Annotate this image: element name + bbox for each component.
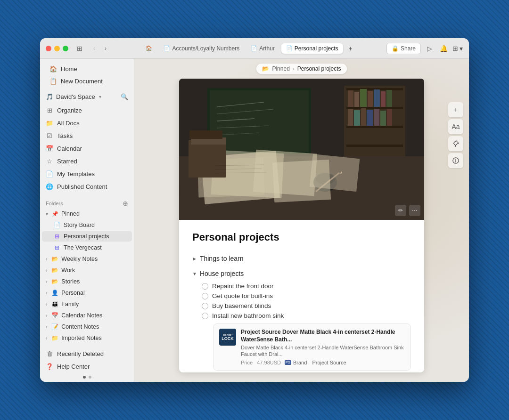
tab-personal-projects[interactable]: 📄 Personal projects (281, 43, 343, 54)
nav-forward-button[interactable]: › (100, 43, 111, 54)
sidebar-item-family[interactable]: › 👪 Family (42, 299, 132, 309)
sidebar-item-personal-projects[interactable]: ⊞ Personal projects (42, 231, 132, 242)
todo-item: Repaint the front door (192, 281, 411, 291)
sidebar-item-pinned[interactable]: ▾ 📌 Pinned (42, 209, 132, 219)
todo-text: Repaint the front door (212, 283, 274, 290)
sidebar-item-label: The Vergecast (64, 244, 102, 251)
desk-svg (179, 79, 424, 220)
section-header-things-to-learn[interactable]: ► Things to learn (192, 253, 411, 264)
sidebar-item-stories[interactable]: › 📂 Stories (42, 276, 132, 287)
search-button[interactable]: 🔍 (121, 93, 128, 100)
todo-text: Get quote for built-ins (212, 292, 273, 299)
more-hero-options-button[interactable]: ⋯ (409, 205, 420, 216)
section-label: House projects (200, 270, 244, 277)
sidebar-item-label: New Document (61, 78, 103, 85)
published-icon: 🌐 (46, 183, 53, 190)
chevron-right-icon: › (46, 279, 47, 284)
doc-icon: 📄 (164, 45, 170, 51)
sidebar-item-label: All Docs (57, 120, 80, 127)
section-label: Folders (46, 201, 63, 206)
pagination-dots (40, 373, 134, 381)
todo-checkbox[interactable] (202, 303, 208, 309)
svg-rect-17 (368, 91, 373, 107)
todo-item: Buy basement blinds (192, 301, 411, 311)
minimize-button[interactable] (54, 46, 60, 51)
chevron-right-icon: › (46, 302, 47, 307)
fullscreen-button[interactable] (63, 46, 68, 51)
sidebar-item-organize[interactable]: ⊞ Organize (42, 105, 132, 116)
sidebar-item-new-document[interactable]: 📋 New Document (46, 75, 128, 87)
sidebar-item-templates[interactable]: 📄 My Templates (42, 168, 132, 180)
link-card[interactable]: DROP LOCK Project Source Dover Matte Bla… (213, 323, 411, 371)
breadcrumb-pinned[interactable]: Pinned (272, 65, 289, 72)
tab-arthur[interactable]: 📄 Arthur (246, 43, 279, 54)
svg-rect-23 (361, 108, 366, 126)
pin-button[interactable] (448, 136, 463, 151)
svg-rect-21 (348, 109, 353, 126)
sidebar-item-label: Help Center (57, 363, 90, 370)
doc-container: + Aa (134, 79, 469, 382)
add-folder-button[interactable]: ⊕ (123, 200, 128, 207)
sidebar-item-recently-deleted[interactable]: 🗑 Recently Deleted (42, 348, 132, 360)
play-button[interactable]: ▷ (424, 43, 435, 54)
bell-icon[interactable]: 🔔 (438, 43, 449, 54)
sidebar-item-home[interactable]: 🏠 Home (46, 63, 128, 75)
todo-text: Install new bathroom sink (212, 312, 284, 319)
info-icon (452, 157, 459, 164)
sidebar-item-all-docs[interactable]: 📁 All Docs (42, 117, 132, 129)
sidebar-item-vergecast[interactable]: ⊞ The Vergecast (42, 242, 132, 253)
section-header-house-projects[interactable]: ▼ House projects (192, 268, 411, 279)
space-label: David's Space (56, 93, 95, 100)
add-tab-button[interactable]: + (345, 43, 356, 54)
logo-mid: LOCK (222, 337, 234, 341)
trash-icon: 🗑 (46, 350, 53, 357)
close-button[interactable] (46, 46, 51, 51)
sidebar-item-label: Tasks (57, 132, 73, 139)
sidebar-item-help-center[interactable]: ❓ Help Center (42, 361, 132, 372)
folder-icon: 📂 (51, 256, 58, 262)
share-button[interactable]: 🔒 Share (386, 43, 421, 54)
view-options-button[interactable]: ⊞ ▾ (452, 43, 463, 54)
person-icon: 👤 (51, 290, 58, 296)
sidebar: 🏠 Home 📋 New Document 🎵 David's Space ▾ … (40, 59, 134, 382)
sidebar-item-work[interactable]: › 📂 Work (42, 265, 132, 275)
sidebar-item-calendar-notes[interactable]: › 📅 Calendar Notes (42, 310, 132, 321)
svg-rect-15 (354, 92, 359, 107)
todo-checkbox[interactable] (202, 293, 208, 299)
sidebar-item-imported-notes[interactable]: › 📁 Imported Notes (42, 333, 132, 343)
sidebar-item-label: Published Content (57, 183, 107, 190)
sidebar-item-weekly-notes[interactable]: › 📂 Weekly Notes (42, 254, 132, 264)
sidebar-item-content-notes[interactable]: › 📝 Content Notes (42, 322, 132, 332)
breadcrumb-current: Personal projects (297, 65, 341, 72)
svg-rect-25 (374, 109, 379, 126)
info-button[interactable] (448, 153, 463, 168)
sidebar-item-calendar[interactable]: 📅 Calendar (42, 143, 132, 154)
sidebar-item-personal[interactable]: › 👤 Personal (42, 288, 132, 298)
sidebar-item-label: Personal projects (64, 233, 109, 240)
sidebar-item-published[interactable]: 🌐 Published Content (42, 181, 132, 193)
sidebar-item-story-board[interactable]: 📄 Story Board (42, 220, 132, 230)
sidebar-item-label: Imported Notes (61, 335, 101, 341)
edit-hero-button[interactable]: ✏ (395, 205, 406, 216)
sidebar-item-label: Weekly Notes (61, 256, 98, 262)
tab-label: Accounts/Loyalty Numbers (172, 45, 239, 52)
sidebar-item-starred[interactable]: ☆ Starred (42, 155, 132, 167)
nav-back-button[interactable]: ‹ (89, 43, 99, 54)
sidebar-toggle-button[interactable]: ⊞ (74, 43, 85, 54)
todo-list: Repaint the front door Get quote for bui… (192, 281, 411, 371)
chevron-right-icon: ► (192, 256, 197, 261)
tab-accounts[interactable]: 📄 Accounts/Loyalty Numbers (159, 43, 244, 54)
tab-home[interactable]: 🏠 (141, 43, 157, 53)
breadcrumb-separator: › (293, 65, 295, 72)
chevron-right-icon: › (46, 313, 47, 318)
sidebar-item-tasks[interactable]: ☑ Tasks (42, 130, 132, 142)
todo-checkbox[interactable] (202, 283, 208, 290)
todo-checkbox[interactable] (202, 313, 208, 319)
share-label: Share (401, 45, 416, 52)
calendar-icon: 📅 (46, 145, 53, 152)
home-icon: 🏠 (146, 45, 152, 51)
zoom-in-button[interactable]: + (448, 102, 463, 117)
sidebar-item-label: Pinned (61, 210, 80, 217)
font-size-button[interactable]: Aa (448, 119, 463, 134)
space-header[interactable]: 🎵 David's Space ▾ 🔍 (42, 90, 132, 103)
